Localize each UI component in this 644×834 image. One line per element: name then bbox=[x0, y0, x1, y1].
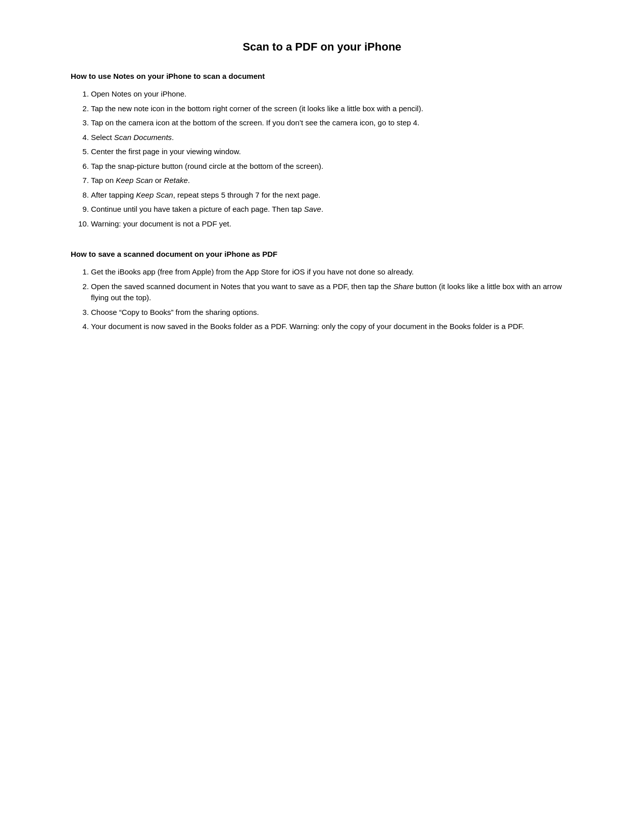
list-item: Open Notes on your iPhone. bbox=[91, 88, 573, 100]
section2-heading: How to save a scanned document on your i… bbox=[71, 250, 573, 258]
list-item: Get the iBooks app (free from Apple) fro… bbox=[91, 266, 573, 278]
list-item: Choose “Copy to Books” from the sharing … bbox=[91, 307, 573, 318]
list-item: Center the first page in your viewing wi… bbox=[91, 146, 573, 158]
list-item: After tapping Keep Scan, repeat steps 5 … bbox=[91, 190, 573, 201]
share-italic: Share bbox=[393, 282, 414, 291]
keep-scan-italic: Keep Scan bbox=[116, 176, 153, 184]
section1: How to use Notes on your iPhone to scan … bbox=[71, 72, 573, 229]
list-item: Your document is now saved in the Books … bbox=[91, 321, 573, 333]
save-italic: Save bbox=[304, 205, 321, 213]
list-item: Tap the new note icon in the bottom righ… bbox=[91, 103, 573, 115]
section1-heading: How to use Notes on your iPhone to scan … bbox=[71, 72, 573, 80]
keep-scan-italic-2: Keep Scan bbox=[136, 191, 173, 199]
list-item: Warning: your document is not a PDF yet. bbox=[91, 218, 573, 230]
list-item: Continue until you have taken a picture … bbox=[91, 204, 573, 215]
list-item: Tap the snap-picture button (round circl… bbox=[91, 161, 573, 172]
section2: How to save a scanned document on your i… bbox=[71, 250, 573, 333]
scan-documents-italic: Scan Documents bbox=[114, 133, 172, 142]
section2-steps: Get the iBooks app (free from Apple) fro… bbox=[91, 266, 573, 333]
list-item: Open the saved scanned document in Notes… bbox=[91, 281, 573, 304]
retake-italic: Retake bbox=[164, 176, 188, 184]
list-item: Tap on the camera icon at the bottom of … bbox=[91, 117, 573, 129]
list-item: Tap on Keep Scan or Retake. bbox=[91, 175, 573, 187]
page-title: Scan to a PDF on your iPhone bbox=[71, 40, 573, 54]
list-item: Select Scan Documents. bbox=[91, 132, 573, 144]
section1-steps: Open Notes on your iPhone. Tap the new n… bbox=[91, 88, 573, 229]
